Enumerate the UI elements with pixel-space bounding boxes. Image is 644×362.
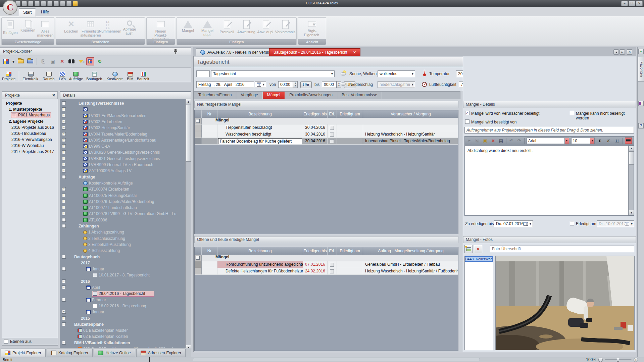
tree-item[interactable]: +AT100077 Landschaftsbau xyxy=(60,205,186,211)
bottom-tab-heinzeonline[interactable]: Heinze Online xyxy=(94,349,135,357)
done-date-checkbox[interactable] xyxy=(570,221,574,225)
module-button-raumb[interactable]: Raumb. xyxy=(43,72,56,81)
tree-expander-icon[interactable]: + xyxy=(62,169,66,172)
tree-item[interactable]: Projekte xyxy=(2,100,58,106)
column-header[interactable]: Nr xyxy=(202,247,217,255)
tree-item[interactable]: -Bautagebuch xyxy=(60,254,186,260)
tree-item[interactable]: +LV005 Aussenanlage/Landschaftsbau xyxy=(60,137,186,143)
bold-button[interactable]: F xyxy=(597,138,603,144)
help-icon[interactable]: ? xyxy=(638,123,644,128)
tree-expander-icon[interactable]: + xyxy=(62,144,66,148)
tree-expander-icon[interactable]: - xyxy=(62,341,66,345)
table-row[interactable]: Defekte Heizschlangen für Fußbodenheizun… xyxy=(195,268,458,275)
photo-list-item[interactable]: 0448_KellerWandd xyxy=(465,256,493,262)
tree-item[interactable]: -Bauzeitenpläne xyxy=(60,321,186,327)
close-button[interactable]: ✕ xyxy=(636,1,643,6)
tree-item[interactable]: 3 Einbehalt-Auszahlung xyxy=(60,242,186,248)
font-family-select[interactable]: Arial ▼ xyxy=(527,138,569,144)
cell-edit-input[interactable]: Falscher Bodenbelag für Küche geliefert xyxy=(218,138,302,144)
tree-expander-icon[interactable]: + xyxy=(62,114,66,117)
tab-teilnehmerfirmen[interactable]: Teilnehmer/Firmen xyxy=(194,92,236,99)
date-picker-button[interactable]: ▼ xyxy=(255,81,266,88)
tab-scroll-right-icon[interactable]: ▸ xyxy=(620,49,625,55)
tree-item[interactable]: 2017 xyxy=(60,260,186,266)
tree-expander-icon[interactable]: + xyxy=(62,310,66,314)
module-button-bautageb[interactable]: Bautageb. xyxy=(86,72,103,81)
column-header[interactable]: Erledigt am xyxy=(337,110,363,118)
tree-item[interactable]: -AT100096 xyxy=(60,217,186,223)
tab-vorgnge[interactable]: Vorgänge xyxy=(236,92,262,99)
undo-icon[interactable]: ↶ xyxy=(508,138,514,143)
cannot-fix-checkbox[interactable] xyxy=(570,111,574,115)
tree-item[interactable]: 4 Schlusszahlung xyxy=(60,248,186,254)
tree-item[interactable]: +Januar xyxy=(60,309,186,315)
copy-icon[interactable]: ⎘ xyxy=(475,138,481,144)
table1-group-row[interactable]: - Mängel xyxy=(195,118,458,124)
delete-icon[interactable]: ✕ xyxy=(490,138,496,143)
tree-item[interactable]: 2. Eigene Projekte xyxy=(2,118,58,124)
tree-item[interactable]: -Aufträge xyxy=(60,174,186,180)
ribbon-button[interactable]: Anw. dupl. xyxy=(256,19,276,35)
new-project-icon[interactable] xyxy=(2,57,10,65)
done-checkbox[interactable] xyxy=(330,133,334,137)
tab-mngel[interactable]: Mängel xyxy=(263,92,285,99)
tree-item[interactable]: +LV001 Erd/Mauer/Betonarbeiten xyxy=(60,113,186,119)
tree-item[interactable]: 2016-W Wohnbau xyxy=(2,143,58,148)
tree-item[interactable]: +LV002 Erdarbeiten xyxy=(60,119,186,125)
address-book-icon[interactable] xyxy=(638,101,644,106)
ribbon-button[interactable]: Mangel dupl. xyxy=(198,19,217,37)
module-button-lvs[interactable]: LV's xyxy=(59,72,65,81)
tree-expander-icon[interactable]: - xyxy=(62,279,66,283)
add-photo-button[interactable] xyxy=(464,245,473,253)
group-collapse-icon[interactable]: - xyxy=(196,256,200,260)
font-size-dropdown-icon[interactable]: ▼ xyxy=(590,138,594,144)
sky-select[interactable]: wolkenlos▼ xyxy=(378,70,415,77)
tree-item[interactable]: + xyxy=(60,106,186,112)
time-to-field[interactable]: 00:00 xyxy=(322,81,337,88)
tree-expander-icon[interactable]: + xyxy=(62,120,66,123)
done-date-field[interactable]: Di . 10.01.2017 ▼ xyxy=(597,220,634,227)
tree-item[interactable]: 1. Musterprojekte xyxy=(2,106,58,112)
ribbon-button[interactable]: Alles markieren xyxy=(37,19,54,38)
time-from-spinner[interactable]: ▲▼ xyxy=(293,81,298,88)
tree-item[interactable]: 02 Bauzeitenplan Kosten xyxy=(60,333,186,340)
zoom-slider[interactable] xyxy=(605,359,632,360)
tab-besvorkommnisse[interactable]: Bes. Vorkommnisse xyxy=(337,92,382,99)
font-size-select[interactable]: 10 ▼ xyxy=(571,138,595,144)
tree-expander-icon[interactable]: + xyxy=(62,163,66,166)
tree-expander-icon[interactable]: + xyxy=(62,187,66,191)
scrollbar-thumb[interactable] xyxy=(629,151,634,165)
column-header[interactable]: Verursacher / Vorgang xyxy=(363,110,459,118)
tree-item[interactable]: 2016-I Industriebau xyxy=(2,131,58,136)
tree-expander-icon[interactable]: + xyxy=(62,138,66,142)
pin-icon[interactable] xyxy=(174,49,178,54)
tree-item[interactable]: +LV003 Heizung/Sanitär xyxy=(60,125,186,131)
report-number-field[interactable] xyxy=(196,70,210,77)
delete-icon[interactable]: ✕ xyxy=(58,57,66,65)
tree-item[interactable]: 2016 Projekte aus 2016 xyxy=(2,124,58,130)
report-type-select[interactable]: Tagesbericht▼ xyxy=(211,70,335,77)
minimize-button[interactable]: – xyxy=(621,1,628,6)
defect-note-textarea[interactable]: Abdichtung wurde direkt neu erstellt. ▲ … xyxy=(464,145,634,216)
copy-icon[interactable]: ⎘ xyxy=(39,57,47,65)
tree-item[interactable]: +AT100074 Erdarbeiten xyxy=(60,186,186,192)
paste-icon[interactable]: ▣ xyxy=(482,138,488,143)
favorites-tab[interactable]: Favoriten xyxy=(638,57,644,82)
tree-expander-icon[interactable]: - xyxy=(62,101,66,105)
due-date-field[interactable]: Do. 07.01.2016 ▼ xyxy=(494,220,533,227)
tree-item[interactable]: +LVRB999 General-LV zu Raumbuch xyxy=(60,162,186,168)
column-header[interactable]: Nr xyxy=(202,110,217,118)
caused-by-checkbox[interactable]: ✓ xyxy=(465,111,469,115)
column-header[interactable]: Erledigt am xyxy=(337,247,363,255)
time-from-now-button[interactable]: Uhr xyxy=(300,81,312,88)
fixed-by-checkbox[interactable] xyxy=(465,119,469,124)
filter-icon[interactable] xyxy=(77,57,85,65)
italic-button[interactable]: K xyxy=(605,138,612,144)
tree-item[interactable]: -2016 xyxy=(60,278,186,285)
module-button-bim[interactable]: BIM xyxy=(127,72,134,81)
delete-photo-button[interactable]: ✕ xyxy=(474,245,482,253)
photo-list[interactable]: 0448_KellerWandd xyxy=(464,256,493,350)
photo-caption-input[interactable] xyxy=(490,246,634,252)
close-projects-icon[interactable]: ✕ xyxy=(52,92,55,99)
ribbon-tab-hilfe[interactable]: Hilfe xyxy=(37,8,53,16)
